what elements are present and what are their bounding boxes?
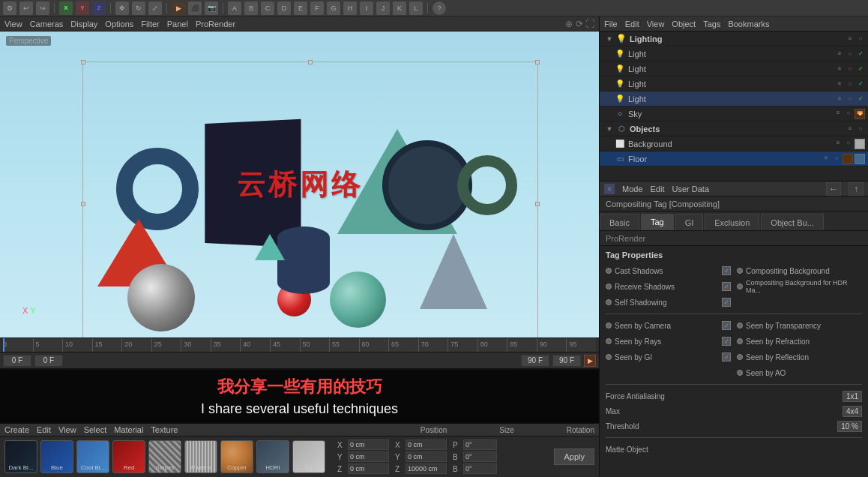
hier-item-lighting[interactable]: ▼ 💡 Lighting ≡ ○: [600, 32, 868, 46]
tab-tag[interactable]: Tag: [641, 214, 674, 230]
start-frame-input[interactable]: [34, 355, 63, 367]
toolbar-icon-b[interactable]: B: [244, 2, 258, 15]
toolbar-icon-d[interactable]: D: [277, 2, 291, 15]
swatch-copper[interactable]: Copper: [220, 440, 253, 473]
toolbar-icon-xyz-y[interactable]: Y: [76, 2, 89, 15]
toolbar-icon-rotate[interactable]: ↻: [132, 2, 145, 15]
current-frame-input[interactable]: [3, 355, 31, 367]
toolbar-icon-e[interactable]: E: [294, 2, 307, 15]
viewport-menu-cameras[interactable]: Cameras: [30, 20, 64, 28]
coord-z-rot[interactable]: [463, 464, 497, 474]
prop-check-self[interactable]: ✓: [722, 298, 731, 307]
toolbar-icon-g[interactable]: G: [327, 2, 340, 15]
swatch-bg[interactable]: Bg: [292, 440, 325, 473]
toolbar-icon-j[interactable]: J: [376, 2, 390, 15]
prop-value-force-aa[interactable]: 1x1: [843, 391, 862, 402]
mode-menu-userdata[interactable]: User Data: [672, 184, 710, 194]
viewport-menu-panel[interactable]: Panel: [167, 20, 188, 28]
nav-up-button[interactable]: ↑: [849, 182, 864, 196]
viewport-menu-view[interactable]: View: [4, 20, 22, 28]
swatch-red[interactable]: Red: [112, 440, 145, 473]
toolbar-icon-i[interactable]: I: [360, 2, 373, 15]
hier-ctrl-l4-check[interactable]: ✓: [856, 94, 865, 104]
hier-item-objects[interactable]: ▼ ⬡ Objects ≡ ○: [600, 122, 868, 136]
tab-object-buf[interactable]: Object Bu...: [761, 214, 823, 230]
hier-ctrl-l1-1[interactable]: ≡: [835, 50, 844, 58]
coord-z-size[interactable]: [406, 464, 447, 474]
hier-ctrl-floor-2[interactable]: ○: [832, 154, 841, 163]
hier-item-light-1[interactable]: 💡 Light ≡ ○ ✓: [600, 46, 868, 62]
toolbar-icon-f[interactable]: F: [310, 2, 324, 15]
hier-ctrl-l4-2[interactable]: ○: [846, 94, 855, 104]
coord-x-pos[interactable]: [348, 440, 389, 450]
render-icon[interactable]: ▶: [584, 355, 596, 367]
end-frame-input[interactable]: [521, 355, 549, 367]
mat-menu-material[interactable]: Material: [114, 425, 143, 434]
toolbar-icon-3[interactable]: ↪: [36, 2, 49, 15]
hier-ctrl-l2-1[interactable]: ≡: [835, 64, 844, 74]
hier-item-light-4[interactable]: 💡 Light ≡ ○ ✓: [600, 92, 868, 106]
expand-objects[interactable]: ▼: [606, 125, 613, 133]
right-menu-tags[interactable]: Tags: [703, 20, 720, 28]
expand-lighting[interactable]: ▼: [606, 35, 613, 43]
toolbar-icon-c[interactable]: C: [261, 2, 274, 15]
toolbar-icon-help[interactable]: ?: [433, 2, 446, 15]
viewport-menu-filter[interactable]: Filter: [141, 20, 159, 28]
right-menu-view[interactable]: View: [647, 20, 665, 28]
hier-ctrl-bg-1[interactable]: ≡: [834, 139, 843, 148]
hier-ctrl-bg-2[interactable]: ○: [844, 139, 853, 148]
hier-item-light-2[interactable]: 💡 Light ≡ ○ ✓: [600, 62, 868, 76]
tab-exclusion[interactable]: Exclusion: [705, 214, 759, 230]
toolbar-icon-camera[interactable]: 📷: [205, 2, 218, 15]
toolbar-icon-xyz-z[interactable]: Z: [92, 2, 106, 15]
hier-ctrl-l3-2[interactable]: ○: [846, 80, 855, 88]
toolbar-icon-l[interactable]: L: [409, 2, 423, 15]
toolbar-icon-h[interactable]: H: [343, 2, 357, 15]
hier-ctrl-lighting-2[interactable]: ○: [856, 34, 865, 44]
hier-item-sky[interactable]: ○ Sky ≡ ○ 🌄: [600, 106, 868, 122]
viewport-menu-options[interactable]: Options: [105, 20, 133, 28]
mat-menu-select[interactable]: Select: [84, 425, 107, 434]
prop-check-cast[interactable]: ✓: [722, 266, 731, 275]
swatch-blue[interactable]: Blue: [40, 440, 73, 473]
toolbar-icon-1[interactable]: ⚙: [3, 2, 16, 15]
right-menu-object[interactable]: Object: [672, 20, 696, 28]
swatch-hdri[interactable]: HDRI: [256, 440, 289, 473]
coord-x-size[interactable]: [406, 440, 447, 450]
mat-menu-edit[interactable]: Edit: [37, 425, 51, 434]
swatch-dark-blue[interactable]: Dark Bl...: [4, 440, 37, 473]
hier-ctrl-l1-check[interactable]: ✓: [856, 50, 865, 58]
toolbar-icon-render2[interactable]: ⬛: [188, 2, 202, 15]
toolbar-icon-render[interactable]: ▶: [172, 2, 185, 15]
coord-z-pos[interactable]: [348, 464, 389, 474]
hier-ctrl-sky-2[interactable]: ○: [844, 109, 853, 118]
hier-ctrl-floor-1[interactable]: ≡: [822, 154, 831, 163]
toolbar-icon-k[interactable]: K: [393, 2, 406, 15]
prop-check-rays[interactable]: ✓: [722, 337, 731, 346]
total-frame-input[interactable]: [552, 355, 581, 367]
hier-item-light-3[interactable]: 💡 Light ≡ ○ ✓: [600, 76, 868, 92]
viewport-canvas[interactable]: 云桥网络 Perspective X Y: [0, 32, 599, 338]
toolbar-icon-xyz-x[interactable]: X: [59, 2, 73, 15]
tab-basic[interactable]: Basic: [600, 214, 639, 230]
hier-ctrl-l3-check[interactable]: ✓: [856, 80, 865, 88]
toolbar-icon-move[interactable]: ✥: [115, 2, 129, 15]
hier-item-floor[interactable]: ▭ Floor ≡ ○: [600, 152, 868, 166]
prop-value-max[interactable]: 4x4: [843, 406, 862, 417]
apply-button[interactable]: Apply: [554, 448, 594, 465]
timeline-numbers[interactable]: 0 5 10 15 20 25 30 35 40 45 50 55 60 65 …: [3, 338, 596, 352]
prop-check-receive[interactable]: ✓: [722, 282, 731, 291]
mat-menu-texture[interactable]: Texture: [151, 425, 178, 434]
hier-item-background[interactable]: ⬜ Background ≡ ○: [600, 136, 868, 152]
mat-menu-view[interactable]: View: [58, 425, 76, 434]
swatch-pattern[interactable]: Pattern: [184, 440, 217, 473]
hier-ctrl-obj-2[interactable]: ○: [856, 124, 865, 134]
prop-value-threshold[interactable]: 10 %: [837, 421, 862, 432]
coord-y-pos[interactable]: [348, 452, 389, 462]
right-menu-bookmarks[interactable]: Bookmarks: [728, 20, 769, 28]
prop-check-gi[interactable]: ✓: [722, 352, 731, 362]
hier-ctrl-l1-2[interactable]: ○: [846, 50, 855, 58]
viewport-menu-prorender[interactable]: ProRender: [196, 20, 235, 28]
viewport-menu-display[interactable]: Display: [70, 20, 97, 28]
hier-ctrl-lighting-1[interactable]: ≡: [846, 34, 855, 44]
